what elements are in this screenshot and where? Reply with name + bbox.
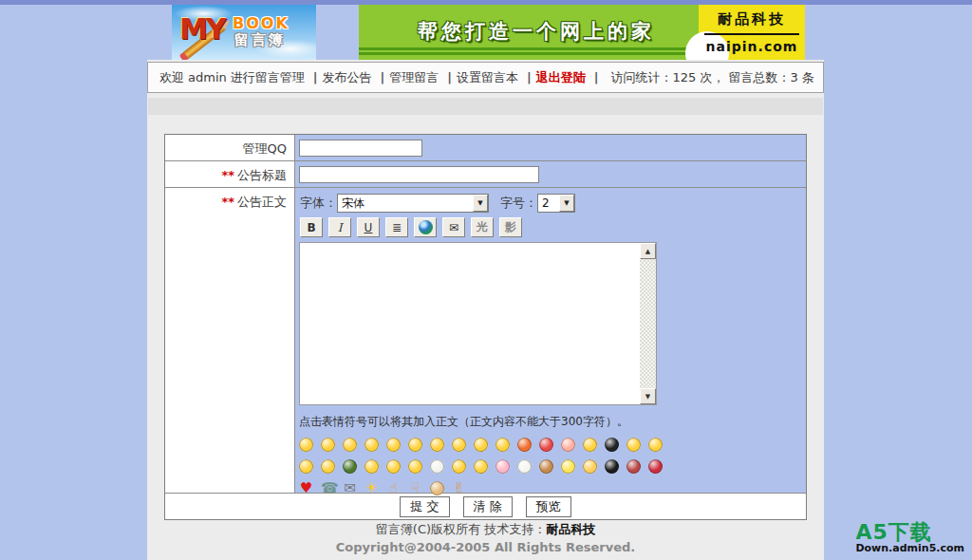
- shadow-effect-button[interactable]: 影: [499, 217, 522, 237]
- scroll-up-icon[interactable]: ▲: [640, 243, 656, 259]
- nav-link-publish-notice[interactable]: 发布公告: [322, 69, 371, 86]
- emoticon-cat[interactable]: [517, 459, 532, 474]
- bold-button[interactable]: B: [300, 217, 323, 237]
- emoticon-roll-eyes[interactable]: [408, 438, 422, 452]
- nav-link-manage-messages[interactable]: 管理留言: [389, 69, 439, 86]
- emoticon-thumb-down[interactable]: ☟: [408, 481, 422, 495]
- textarea-scrollbar[interactable]: ▲ ▼: [640, 243, 656, 404]
- emoticon-sad[interactable]: [452, 438, 466, 452]
- required-marker: **: [221, 168, 234, 182]
- banner-stripe: [359, 47, 701, 50]
- header-gray-band: [148, 98, 823, 115]
- emoticon-confused[interactable]: [343, 438, 357, 452]
- emoticon-dog[interactable]: [539, 459, 553, 474]
- emoticon-handshake[interactable]: [430, 481, 444, 495]
- notice-body-textarea[interactable]: ▲ ▼: [299, 242, 657, 405]
- emoticon-row-1: [299, 438, 806, 452]
- publish-notice-form: 管理QQ **公告标题 **公告正文 字体：: [164, 134, 807, 520]
- emoticon-love-struck[interactable]: [321, 459, 335, 474]
- username: admin: [188, 70, 227, 84]
- clear-button[interactable]: 清 除: [463, 496, 513, 517]
- emoticon-smile[interactable]: [299, 438, 313, 452]
- notice-title-label: **公告标题: [165, 161, 295, 187]
- mybook-logo[interactable]: MY BOOK 留言簿: [172, 5, 316, 60]
- emoticon-angry[interactable]: [517, 438, 532, 452]
- banner-brand-cap: 耐品科技 naipin.com: [699, 5, 805, 60]
- underline-button[interactable]: U: [357, 217, 380, 237]
- admin-nav-bar: 欢迎 admin 进行留言管理 | 发布公告 | 管理留言 | 设置留言本 | …: [147, 62, 824, 93]
- emoticon-question[interactable]: [452, 459, 466, 474]
- emoticon-cool-sunglasses[interactable]: [430, 438, 444, 452]
- footer-text: 留言簿(C)版权所有 技术支持：: [376, 522, 546, 536]
- insert-email-button[interactable]: ✉: [442, 217, 465, 237]
- scroll-down-icon[interactable]: ▼: [640, 388, 656, 404]
- align-center-button[interactable]: ≣: [385, 217, 408, 237]
- logo-guestbook-text: 留言簿: [234, 31, 286, 49]
- emoticon-envelope[interactable]: ✉: [343, 481, 357, 495]
- notice-title-input[interactable]: [299, 166, 539, 183]
- form-row-admin-qq: 管理QQ: [165, 135, 806, 160]
- font-family-select[interactable]: 宋体 ▼: [337, 194, 489, 213]
- admin-qq-input[interactable]: [299, 140, 422, 157]
- welcome-suffix: 进行留言管理: [231, 69, 305, 86]
- form-row-notice-title: **公告标题: [165, 160, 806, 187]
- emoticon-victory[interactable]: ✌: [452, 481, 466, 495]
- page: MY BOOK 留言簿 帮您打造一个网上的家 耐品科技 naipin.com 欢…: [0, 0, 972, 560]
- emoticon-cry[interactable]: [474, 438, 488, 452]
- emoticon-dark-face[interactable]: [605, 438, 619, 452]
- emoticon-pig[interactable]: [495, 459, 510, 474]
- submit-button[interactable]: 提 交: [400, 496, 449, 517]
- logo-book-text: BOOK: [233, 14, 290, 32]
- nav-link-logout[interactable]: 退出登陆: [536, 69, 586, 86]
- emoticon-thumb-up[interactable]: ☝: [386, 481, 401, 495]
- emoticon-surprised[interactable]: [386, 438, 401, 452]
- emoticon-sun[interactable]: ☀: [364, 481, 379, 495]
- emoticon-look-up[interactable]: [408, 459, 422, 474]
- emoticon-bawl[interactable]: [299, 459, 313, 474]
- brand-name: 耐品科技: [704, 10, 799, 35]
- chevron-down-icon[interactable]: ▼: [473, 195, 488, 212]
- preview-button[interactable]: 预览: [526, 496, 571, 517]
- emoticon-rose[interactable]: [648, 459, 663, 474]
- emoticon-hint-text: 点击表情符号可以将其加入正文（正文内容不能大于300字符）。: [299, 414, 806, 430]
- emoticon-shy[interactable]: [648, 438, 663, 452]
- required-marker: **: [221, 195, 234, 209]
- emoticon-blush[interactable]: [561, 438, 575, 452]
- emoticon-frustrated[interactable]: [364, 438, 379, 452]
- glow-effect-button[interactable]: 光: [471, 217, 494, 237]
- nav-link-guestbook-settings[interactable]: 设置留言本: [457, 69, 518, 86]
- banner-stripe: [359, 52, 701, 55]
- emoticon-big-grin[interactable]: [495, 438, 510, 452]
- insert-link-button[interactable]: [414, 217, 437, 237]
- form-row-notice-body: **公告正文 字体： 宋体 ▼ 字号： 2 ▼: [165, 187, 806, 493]
- content-column: 欢迎 admin 进行留言管理 | 发布公告 | 管理留言 | 设置留言本 | …: [147, 60, 824, 560]
- admin-qq-label: 管理QQ: [165, 135, 295, 160]
- editor-toolbar: B I U ≣ ✉ 光 影: [300, 217, 806, 237]
- font-family-label: 字体：: [300, 195, 337, 212]
- globe-icon: [419, 220, 433, 234]
- emoticon-fury[interactable]: [539, 438, 553, 452]
- emoticon-soldier[interactable]: [343, 459, 357, 474]
- emoticon-heart[interactable]: ♥: [299, 481, 313, 495]
- emoticon-squint[interactable]: [583, 438, 597, 452]
- emoticon-heart-eyes[interactable]: [626, 438, 641, 452]
- emoticon-birthday-cake[interactable]: [583, 459, 597, 474]
- visit-stats: 访问统计：125 次， 留言总数：3 条: [610, 69, 813, 86]
- emoticon-wilted-rose[interactable]: [626, 459, 641, 474]
- watermark-title: A5下载: [855, 523, 964, 542]
- chevron-down-icon[interactable]: ▼: [559, 195, 574, 212]
- emoticon-sleepy[interactable]: [474, 459, 488, 474]
- font-size-select[interactable]: 2 ▼: [537, 194, 575, 213]
- emoticon-light-bulb[interactable]: [561, 459, 575, 474]
- emoticon-tongue[interactable]: [321, 438, 335, 452]
- emoticon-row-2: [299, 459, 806, 474]
- footer-copyright-line: 留言簿(C)版权所有 技术支持：耐品科技: [147, 521, 824, 538]
- italic-button[interactable]: I: [328, 217, 351, 237]
- form-button-row: 提 交 清 除 预览: [165, 493, 806, 519]
- ad-banner[interactable]: 帮您打造一个网上的家 耐品科技 naipin.com: [359, 5, 805, 60]
- emoticon-bomb[interactable]: [605, 459, 619, 474]
- emoticon-telephone[interactable]: ☎: [321, 481, 335, 495]
- emoticon-rosy-cheeks[interactable]: [364, 459, 379, 474]
- emoticon-angel[interactable]: [430, 459, 444, 474]
- emoticon-rose-in-mouth[interactable]: [386, 459, 401, 474]
